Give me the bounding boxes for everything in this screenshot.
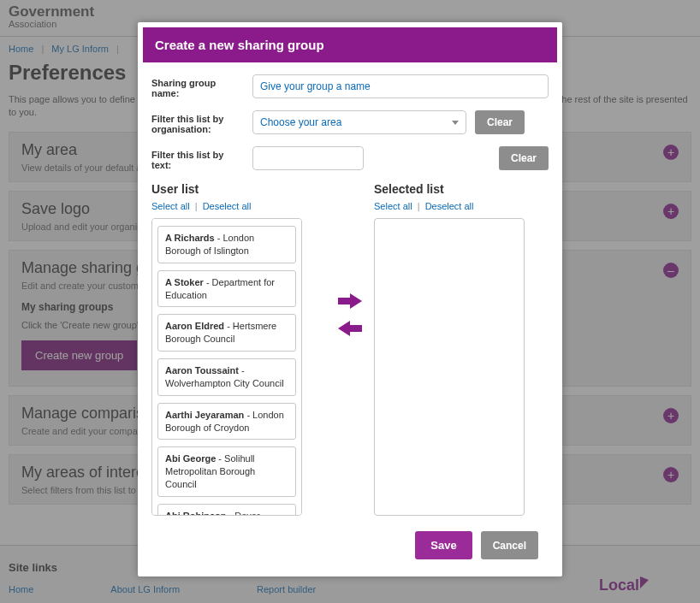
user-list-item[interactable]: Abi Robinson - Dover bbox=[157, 504, 296, 516]
group-name-input[interactable] bbox=[252, 74, 549, 98]
save-button[interactable]: Save bbox=[415, 531, 472, 559]
user-deselect-all[interactable]: Deselect all bbox=[203, 201, 252, 211]
label-filter-text: Filter this list by text: bbox=[151, 146, 244, 170]
user-list-item[interactable]: Aaron Toussaint - Wolverhampton City Cou… bbox=[157, 358, 296, 396]
user-list-item[interactable]: A Richards - London Borough of Islington bbox=[157, 226, 296, 263]
user-list-item[interactable]: A Stoker - Department for Education bbox=[157, 270, 296, 308]
selected-deselect-all[interactable]: Deselect all bbox=[425, 201, 474, 211]
cancel-button[interactable]: Cancel bbox=[481, 531, 538, 559]
create-sharing-group-modal: Create a new sharing group Sharing group… bbox=[138, 22, 562, 576]
label-group-name: Sharing group name: bbox=[151, 74, 244, 98]
selected-select-all[interactable]: Select all bbox=[374, 201, 412, 211]
transfer-arrows bbox=[338, 182, 362, 336]
modal-title: Create a new sharing group bbox=[143, 27, 557, 62]
dual-list-picker: User list Select all | Deselect all A Ri… bbox=[151, 182, 549, 516]
chevron-down-icon bbox=[452, 121, 459, 125]
user-list-item[interactable]: Aarthi Jeyaraman - London Borough of Cro… bbox=[157, 403, 296, 440]
label-filter-org: Filter this list by organisation: bbox=[151, 110, 244, 134]
user-list-column: User list Select all | Deselect all A Ri… bbox=[151, 182, 326, 516]
move-left-icon[interactable] bbox=[338, 321, 362, 336]
area-select-value: Choose your area bbox=[260, 116, 341, 128]
user-listbox[interactable]: A Richards - London Borough of Islington… bbox=[151, 218, 302, 516]
filter-text-input[interactable] bbox=[252, 146, 364, 170]
user-list-title: User list bbox=[151, 182, 326, 196]
selected-list-title: Selected list bbox=[374, 182, 549, 196]
selected-list-column: Selected list Select all | Deselect all bbox=[374, 182, 549, 516]
clear-org-button[interactable]: Clear bbox=[475, 110, 525, 134]
selected-listbox[interactable] bbox=[374, 218, 525, 516]
area-select[interactable]: Choose your area bbox=[252, 110, 466, 134]
move-right-icon[interactable] bbox=[338, 293, 362, 309]
clear-text-button[interactable]: Clear bbox=[499, 146, 549, 170]
user-list-item[interactable]: Aaron Eldred - Hertsmere Borough Council bbox=[157, 314, 296, 352]
user-list-item[interactable]: Abi George - Solihull Metropolitan Borou… bbox=[157, 446, 296, 497]
user-select-all[interactable]: Select all bbox=[151, 201, 190, 211]
